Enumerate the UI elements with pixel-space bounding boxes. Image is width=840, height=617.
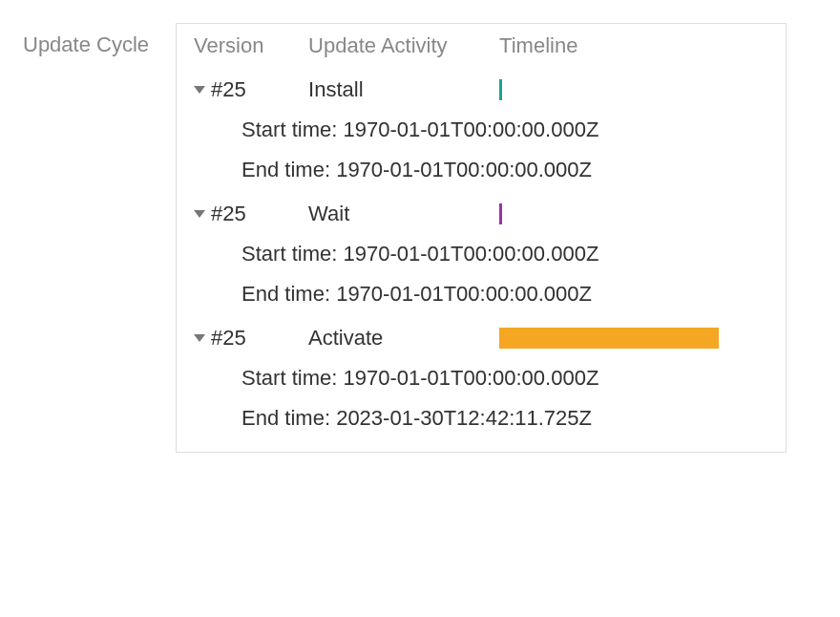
version-value: #25: [211, 326, 246, 351]
end-time-line: End time: 1970-01-01T00:00:00.000Z: [242, 282, 768, 307]
update-cycle-section: Update Cycle Version Update Activity Tim…: [23, 23, 817, 453]
timeline-cell: [499, 78, 768, 101]
row-details: Start time: 1970-01-01T00:00:00.000Z End…: [194, 242, 768, 307]
start-time-line: Start time: 1970-01-01T00:00:00.000Z: [242, 366, 768, 391]
start-time-value: 1970-01-01T00:00:00.000Z: [343, 242, 598, 266]
table-row[interactable]: #25 Activate: [194, 326, 768, 351]
version-cell: #25: [194, 326, 308, 351]
caret-down-icon[interactable]: [194, 210, 205, 218]
timeline-bar: [499, 328, 719, 349]
start-time-value: 1970-01-01T00:00:00.000Z: [343, 366, 598, 390]
timeline-bar: [499, 203, 502, 224]
start-time-label: Start time:: [242, 242, 337, 266]
start-time-line: Start time: 1970-01-01T00:00:00.000Z: [242, 242, 768, 266]
timeline-cell: [499, 327, 768, 350]
caret-down-icon[interactable]: [194, 334, 205, 342]
caret-down-icon[interactable]: [194, 86, 205, 94]
timeline-bar: [499, 79, 502, 100]
start-time-value: 1970-01-01T00:00:00.000Z: [343, 117, 598, 141]
table-header: Version Update Activity Timeline: [194, 33, 768, 58]
end-time-label: End time:: [242, 282, 330, 306]
update-cycle-panel: Version Update Activity Timeline #25 Ins…: [176, 23, 787, 453]
version-value: #25: [211, 202, 246, 226]
section-label: Update Cycle: [23, 23, 149, 57]
activity-cell: Wait: [308, 202, 499, 226]
version-cell: #25: [194, 202, 308, 226]
end-time-label: End time:: [242, 406, 330, 430]
end-time-value: 1970-01-01T00:00:00.000Z: [336, 282, 592, 306]
start-time-label: Start time:: [242, 117, 337, 141]
activity-cell: Install: [308, 77, 499, 102]
start-time-label: Start time:: [242, 366, 337, 390]
version-value: #25: [211, 77, 246, 102]
header-activity: Update Activity: [308, 33, 499, 58]
start-time-line: Start time: 1970-01-01T00:00:00.000Z: [242, 117, 768, 142]
header-timeline: Timeline: [499, 33, 768, 58]
table-row[interactable]: #25 Wait: [194, 202, 768, 226]
end-time-line: End time: 1970-01-01T00:00:00.000Z: [242, 158, 768, 182]
end-time-value: 2023-01-30T12:42:11.725Z: [336, 406, 592, 430]
end-time-line: End time: 2023-01-30T12:42:11.725Z: [242, 406, 768, 431]
activity-cell: Activate: [308, 326, 499, 351]
row-details: Start time: 1970-01-01T00:00:00.000Z End…: [194, 366, 768, 431]
end-time-label: End time:: [242, 158, 330, 181]
header-version: Version: [194, 33, 308, 58]
table-row[interactable]: #25 Install: [194, 77, 768, 102]
row-details: Start time: 1970-01-01T00:00:00.000Z End…: [194, 117, 768, 182]
end-time-value: 1970-01-01T00:00:00.000Z: [336, 158, 592, 181]
version-cell: #25: [194, 77, 308, 102]
timeline-cell: [499, 202, 768, 225]
